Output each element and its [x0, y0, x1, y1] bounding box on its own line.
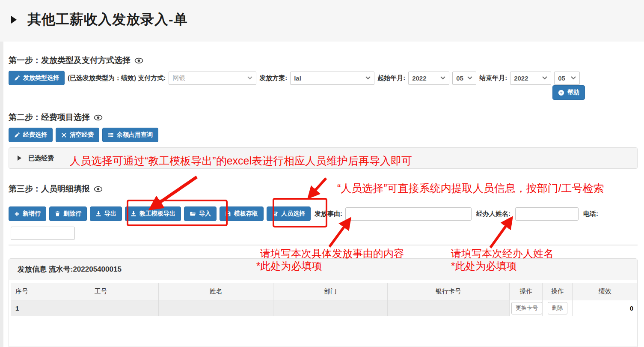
help-button[interactable]: ? 帮助: [552, 85, 585, 100]
clear-fund-button[interactable]: 清空经费: [56, 128, 99, 142]
fund-select-button[interactable]: 经费选择: [9, 128, 53, 142]
question-circle-icon: ?: [558, 90, 564, 96]
add-row-button[interactable]: 新增行: [9, 206, 46, 221]
chevron-down-icon: [571, 76, 576, 80]
cell-card[interactable]: [388, 300, 510, 316]
col-header-action1: 操作: [510, 283, 543, 300]
x-mark-icon: [61, 132, 67, 138]
eye-icon: [94, 114, 103, 121]
step1-heading: 第一步：发放类型及支付方式选择: [9, 55, 143, 66]
eye-icon: [134, 57, 143, 64]
chevron-down-icon: [365, 76, 371, 80]
payment-method-select[interactable]: 网银: [169, 72, 256, 85]
step3-heading: 第三步：人员明细填报: [9, 183, 103, 194]
handler-input[interactable]: [515, 207, 579, 221]
payout-info-panel: 发放信息 流水号:202205400015 序号 工号 姓名 部门 银行卡号 操…: [9, 258, 638, 347]
eye-icon: [94, 186, 103, 192]
pencil-icon: [14, 75, 20, 81]
handler-label: 经办人姓名:: [476, 210, 510, 218]
table-header-row: 序号 工号 姓名 部门 银行卡号 操作 操作 绩效: [11, 283, 638, 300]
payout-table: 序号 工号 姓名 部门 银行卡号 操作 操作 绩效 1 更换卡号: [11, 283, 638, 316]
cell-name[interactable]: [159, 300, 273, 316]
download-icon: [131, 211, 137, 217]
divider-line: [9, 245, 638, 245]
reason-input[interactable]: [345, 207, 472, 221]
selected-funds-label: 已选经费: [28, 154, 54, 162]
cell-seq: 1: [11, 300, 43, 316]
selected-type-note: (已选发放类型为：绩效) 支付方式:: [68, 74, 166, 82]
step2-heading-text: 第二步：经费项目选择: [9, 112, 90, 123]
chevron-down-icon: [247, 76, 252, 80]
start-month-select[interactable]: 05: [452, 72, 476, 85]
phone-label: 电话:: [583, 210, 598, 218]
plan-select[interactable]: lal: [290, 72, 374, 85]
caret-right-icon: [18, 156, 21, 161]
col-header-jixiao: 绩效: [573, 283, 638, 300]
end-date-label: 结束年月:: [479, 74, 507, 82]
cell-dept[interactable]: [273, 300, 388, 316]
payout-info-title: 发放信息 流水号:202205400015: [18, 264, 122, 274]
col-header-seq: 序号: [11, 283, 43, 300]
download-icon: [95, 211, 101, 217]
page-header: 其他工薪收入发放录入-单: [0, 0, 644, 42]
step1-heading-text: 第一步：发放类型及支付方式选择: [9, 55, 131, 66]
col-header-dept: 部门: [273, 283, 388, 300]
import-button[interactable]: 导入: [184, 206, 217, 221]
chevron-down-icon: [467, 76, 472, 80]
folder-open-icon: [190, 211, 196, 217]
arrow-to-person-select: [305, 176, 330, 200]
table-row: 1 更换卡号 删除 0: [11, 300, 638, 316]
th-list-icon: [108, 132, 114, 138]
template-store-button[interactable]: 模板存取: [220, 206, 264, 221]
staff-template-export-button[interactable]: 教工模板导出: [125, 206, 181, 221]
plan-label: 发放方案:: [259, 74, 287, 82]
chevron-down-icon: [542, 76, 547, 80]
step3-toolbar-row: 新增行 删除行 导出 教工模板导出 导入 模板存取 人员选择 发放事由: 经办人…: [9, 206, 641, 221]
balance-query-button[interactable]: 余额占用查询: [102, 128, 158, 142]
caret-right-icon: [11, 16, 17, 24]
save-icon: [225, 211, 231, 217]
col-header-action2: 操作: [543, 283, 573, 300]
svg-text:?: ?: [560, 90, 562, 95]
phone-input[interactable]: [11, 227, 75, 240]
annotation-person-select-tip: “人员选择”可直接系统内提取人员信息，按部门/工号检索: [337, 181, 604, 195]
chevron-down-icon: [440, 76, 445, 80]
reason-label: 发放事由:: [315, 210, 342, 218]
col-header-card: 银行卡号: [388, 283, 510, 300]
cell-gonghao[interactable]: [43, 300, 159, 316]
trash-icon: [55, 211, 60, 217]
pencil-icon: [14, 132, 20, 138]
start-date-label: 起始年月:: [377, 74, 405, 82]
delete-row-cell-button[interactable]: 删除: [548, 302, 567, 314]
left-edge-strip: [0, 42, 3, 347]
export-button[interactable]: 导出: [90, 206, 122, 221]
type-select-button[interactable]: 发放类型选择: [9, 71, 65, 85]
change-card-button[interactable]: 更换卡号: [511, 302, 542, 314]
delete-row-button[interactable]: 删除行: [49, 206, 87, 221]
step1-form-row: 发放类型选择 (已选发放类型为：绩效) 支付方式: 网银 发放方案: lal 起…: [9, 71, 580, 85]
payout-info-header: 发放信息 流水号:202205400015: [9, 259, 637, 280]
selected-funds-panel[interactable]: 已选经费: [9, 147, 638, 169]
step2-button-row: 经费选择 清空经费 余额占用查询: [9, 128, 158, 142]
person-select-button[interactable]: 人员选择: [267, 206, 311, 221]
check-square-icon: [272, 211, 278, 217]
page-title: 其他工薪收入发放录入-单: [27, 10, 188, 29]
end-month-select[interactable]: 05: [554, 72, 580, 85]
plus-icon: [14, 211, 20, 217]
step3-heading-text: 第三步：人员明细填报: [9, 183, 90, 194]
start-year-select[interactable]: 2022: [408, 72, 449, 85]
col-header-gonghao: 工号: [43, 283, 159, 300]
step2-heading: 第二步：经费项目选择: [9, 112, 103, 123]
col-header-name: 姓名: [159, 283, 273, 300]
end-year-select[interactable]: 2022: [510, 72, 551, 85]
cell-jixiao[interactable]: 0: [573, 300, 638, 316]
